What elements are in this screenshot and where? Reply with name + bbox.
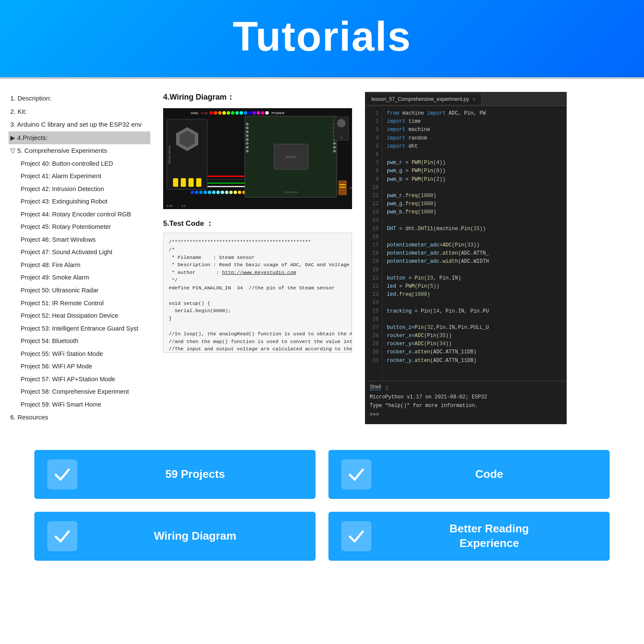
code-line-3: import machine — [387, 126, 562, 134]
shell-tab-label[interactable]: Shell — [370, 384, 381, 390]
code-line-27: button_z=Pin(32,Pin.IN,Pin.PULL_U — [387, 324, 562, 332]
sidebar-item-59[interactable]: Project 59: WiFi Smart Home — [9, 398, 150, 411]
code-line-9: pwm_b = PWM(Pin(2)) — [387, 176, 562, 184]
sidebar-item-3[interactable]: 3. Arduino C library and set up the ESP3… — [9, 118, 150, 131]
code-line-21: button = Pin(23, Pin.IN) — [387, 274, 562, 283]
feature-check-projects — [47, 459, 77, 489]
sidebar-item-5[interactable]: ▽ 5. Comprehensive Experiments — [9, 144, 150, 158]
feature-box-code[interactable]: Code — [328, 450, 610, 499]
sidebar: 1. Description: 2. Kit: 3. Arduino C lib… — [9, 92, 150, 424]
code-line-24 — [387, 299, 562, 307]
feature-check-code — [341, 459, 371, 489]
code-block: /***************************************… — [163, 233, 352, 353]
shell-text: MicroPython v1.17 on 2021-09-02; ESP32 T… — [370, 393, 562, 419]
wiring-diagram-image: GND 3.3V — [163, 108, 352, 209]
sidebar-item-55[interactable]: Project 55: WiFi Station Mode — [9, 348, 150, 361]
sidebar-item-50[interactable]: Project 50: Ultrasonic Radar — [9, 284, 150, 297]
code-line-1: from machine import ADC, Pin, PW — [387, 109, 562, 118]
sidebar-item-56[interactable]: Project 56: WIFI AP Mode — [9, 360, 150, 373]
sidebar-item-42[interactable]: Project 42: Intrusion Detection — [9, 183, 150, 196]
sidebar-item-49[interactable]: Project 49: Smoke Alarm — [9, 271, 150, 284]
checkmark-code-icon — [347, 465, 365, 483]
shell-prompt: >>> — [370, 410, 562, 419]
feature-label-reading: Better ReadingExperience — [382, 522, 597, 551]
shell-tab-bar: Shell × — [370, 384, 562, 390]
code-line-4: import random — [387, 134, 562, 143]
shell-tab-close[interactable]: × — [386, 384, 388, 390]
code-line-5: import dht — [387, 143, 562, 151]
sidebar-item-5-arrow: ▽ — [10, 147, 17, 154]
page-header: Tutorials — [0, 0, 644, 77]
sidebar-item-2[interactable]: 2. Kit: — [9, 105, 150, 118]
code-line-11: pwm_r.freq(1000) — [387, 192, 562, 200]
checkmark-projects-icon — [53, 465, 71, 483]
feature-label-wiring: Wiring Diagram — [88, 529, 303, 544]
code-editor: lesson_57_Comprehensive_experiment.py × … — [365, 92, 567, 424]
sidebar-item-41[interactable]: Project 41: Alarm Experiment — [9, 170, 150, 183]
feature-box-wiring[interactable]: Wiring Diagram — [34, 512, 316, 561]
sidebar-item-53[interactable]: Project 53: Intelligent Entrance Guard S… — [9, 322, 150, 335]
code-line-30: rocker_x.atten(ADC.ATTN_11DB) — [387, 348, 562, 356]
code-line-29: rocker_y=ADC(Pin(34)) — [387, 340, 562, 348]
feature-check-reading — [341, 521, 371, 551]
sidebar-item-47[interactable]: Project 47: Sound Activated Light — [9, 246, 150, 259]
code-line-7: pwm_r = PWM(Pin(4)) — [387, 159, 562, 167]
code-line-10 — [387, 184, 562, 192]
sidebar-item-52[interactable]: Project 52: Heat Dissipation Device — [9, 310, 150, 322]
code-line-8: pwm_g = PWM(Pin(0)) — [387, 167, 562, 175]
middle-panel: 4.Wiring Diagram： GND 3.3V — [150, 92, 365, 424]
feature-box-projects[interactable]: 59 Projects — [34, 450, 316, 499]
sidebar-item-1[interactable]: 1. Description: — [9, 92, 150, 105]
code-line-20 — [387, 266, 562, 274]
code-line-17: potentiometer_adc=ADC(Pin(33)) — [387, 241, 562, 249]
editor-tab-label: lesson_57_Comprehensive_experiment.py — [371, 96, 469, 102]
code-line-12: pwm_g.freq(1000) — [387, 200, 562, 208]
editor-tab[interactable]: lesson_57_Comprehensive_experiment.py × — [365, 94, 482, 105]
test-code-section: 5.Test Code ： /*************************… — [163, 219, 352, 353]
code-lines: from machine import ADC, Pin, PW import … — [383, 106, 566, 381]
checkmark-wiring-icon — [53, 527, 71, 545]
line-numbers: 1234567891011121314151617181920212223242… — [365, 106, 383, 381]
sidebar-item-45[interactable]: Project 45: Rotary Potentiometer — [9, 221, 150, 234]
code-line-14 — [387, 216, 562, 225]
feature-label-projects: 59 Projects — [88, 467, 303, 482]
sidebar-item-54[interactable]: Project 54: Bluetooth — [9, 335, 150, 348]
sidebar-item-40[interactable]: Project 40: Button-controlled LED — [9, 158, 150, 170]
page-title: Tutorials — [0, 13, 644, 60]
editor-body: 1234567891011121314151617181920212223242… — [365, 106, 566, 381]
sidebar-item-48[interactable]: Project 48: Fire Alarm — [9, 259, 150, 272]
sidebar-item-46[interactable]: Project 46: Smart Windows — [9, 234, 150, 246]
code-line-2: import time — [387, 118, 562, 126]
code-line-23: led.freq(1000) — [387, 291, 562, 299]
sidebar-item-6[interactable]: 6. Resources — [9, 411, 150, 424]
code-line-28: rocker_x=ADC(Pin(35)) — [387, 332, 562, 340]
code-line-13: pwm_b.freq(1000) — [387, 208, 562, 216]
feature-boxes: 59 Projects Code Wiring Diagram Better R… — [0, 433, 644, 586]
code-line-6 — [387, 151, 562, 159]
wiring-diagram-title: 4.Wiring Diagram： — [163, 92, 352, 102]
editor-tab-close[interactable]: × — [472, 97, 475, 102]
code-line-31: rocker_y.atten(ADC.ATTN_11DB) — [387, 357, 562, 365]
sidebar-item-43[interactable]: Project 43: Extinguishing Robot — [9, 195, 150, 208]
editor-tab-bar: lesson_57_Comprehensive_experiment.py × — [365, 92, 566, 106]
feature-box-reading[interactable]: Better ReadingExperience — [328, 512, 610, 561]
code-line-19: potentiometer_adc.width(ADC.WIDTH — [387, 258, 562, 266]
code-line-18: potentiometer_adc.atten(ADC.ATTN_ — [387, 249, 562, 258]
sidebar-item-58[interactable]: Project 58: Comprehensive Experiment — [9, 386, 150, 398]
main-content: 1. Description: 2. Kit: 3. Arduino C lib… — [0, 79, 644, 433]
checkmark-reading-icon — [347, 527, 365, 545]
code-line-16 — [387, 233, 562, 241]
shell-line-2: Type "help()" for more information. — [370, 401, 562, 410]
sidebar-item-4[interactable]: ▶ 4.Projects: — [9, 131, 150, 145]
shell-line-1: MicroPython v1.17 on 2021-09-02; ESP32 — [370, 393, 562, 401]
test-code-title: 5.Test Code ： — [163, 219, 352, 228]
feature-label-code: Code — [382, 467, 597, 482]
feature-check-wiring — [47, 521, 77, 551]
sidebar-item-51[interactable]: Project 51: IR Remote Control — [9, 297, 150, 310]
code-line-22: led = PWM(Pin(5)) — [387, 283, 562, 291]
shell-panel: Shell × MicroPython v1.17 on 2021-09-02;… — [365, 381, 566, 424]
sidebar-item-44[interactable]: Project 44: Rotary Encoder control RGB — [9, 208, 150, 221]
code-line-15: DHT = dht.DHT11(machine.Pin(15)) — [387, 225, 562, 233]
sidebar-item-57[interactable]: Project 57: WIFI AP+Station Mode — [9, 373, 150, 386]
sidebar-item-4-arrow: ▶ — [10, 134, 17, 141]
